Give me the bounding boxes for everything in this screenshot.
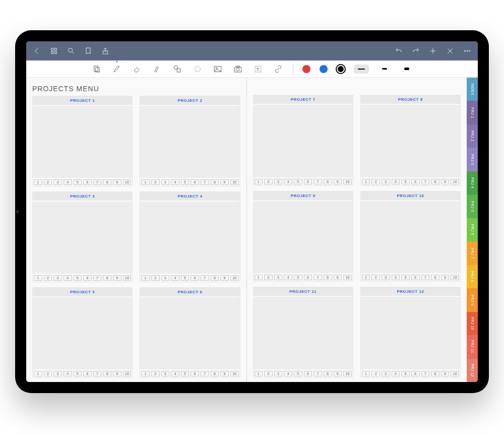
page-number-chip[interactable]: 6 (411, 275, 420, 280)
project-card-title[interactable]: PROJECT 10 (361, 192, 460, 200)
page-number-chip[interactable]: 10 (230, 179, 239, 185)
page-number-chip[interactable]: 4 (171, 275, 179, 281)
page-number-chip[interactable]: 2 (264, 371, 273, 376)
page-number-chip[interactable]: 7 (93, 275, 102, 281)
page-number-chip[interactable]: 2 (44, 275, 52, 281)
page-number-chip[interactable]: 4 (392, 371, 400, 376)
page-number-chip[interactable]: 9 (113, 275, 121, 281)
page-number-chip[interactable]: 8 (431, 179, 439, 184)
side-tab[interactable]: PRJ 8 (467, 265, 478, 288)
eraser-tool-icon[interactable] (132, 63, 143, 75)
page-number-chip[interactable]: 1 (255, 371, 263, 376)
page-number-chip[interactable]: 5 (181, 179, 190, 185)
page-number-chip[interactable]: 4 (284, 371, 292, 376)
page-number-chip[interactable]: 1 (255, 275, 263, 280)
page-number-chip[interactable]: 10 (451, 179, 459, 184)
page-number-chip[interactable]: 5 (74, 179, 82, 185)
page-number-chip[interactable]: 8 (324, 275, 332, 280)
page-number-chip[interactable]: 10 (230, 275, 239, 281)
page-number-chip[interactable]: 7 (313, 371, 322, 376)
search-icon[interactable] (67, 46, 76, 55)
page-number-chip[interactable]: 2 (151, 371, 160, 376)
page-tool-icon[interactable] (91, 63, 102, 75)
page-number-chip[interactable]: 3 (382, 371, 390, 376)
page-number-chip[interactable]: 1 (34, 371, 42, 376)
page-number-chip[interactable]: 8 (211, 275, 219, 281)
project-card[interactable]: PROJECT 212345678910 (140, 96, 240, 186)
page-number-chip[interactable]: 6 (83, 371, 92, 376)
project-card[interactable]: PROJECT 112345678910 (32, 96, 133, 186)
page-number-chip[interactable]: 3 (53, 179, 62, 185)
page-number-chip[interactable]: 2 (371, 371, 380, 376)
page-number-chip[interactable]: 4 (64, 275, 72, 281)
page-number-chip[interactable]: 8 (431, 371, 439, 376)
side-tab[interactable]: PRJ 3 (467, 148, 478, 171)
page-number-chip[interactable]: 4 (64, 179, 72, 185)
page-number-chip[interactable]: 10 (343, 371, 352, 376)
side-tab[interactable]: PRJ 7 (467, 241, 478, 265)
more-icon[interactable] (463, 46, 472, 55)
side-tab[interactable]: PRJ 10 (467, 312, 478, 335)
page-number-chip[interactable]: 10 (123, 275, 132, 281)
page-number-chip[interactable]: 2 (264, 275, 273, 280)
page-number-chip[interactable]: 5 (401, 371, 410, 376)
page-number-chip[interactable]: 8 (103, 179, 111, 185)
page-number-chip[interactable]: 7 (313, 275, 322, 280)
color-blue[interactable] (320, 65, 328, 73)
page-number-chip[interactable]: 3 (161, 371, 170, 376)
page-number-chip[interactable]: 1 (362, 179, 370, 184)
side-tab[interactable]: PRJ 4 (467, 171, 478, 195)
page-number-chip[interactable]: 8 (324, 179, 332, 184)
page-number-chip[interactable]: 9 (441, 371, 450, 376)
project-card-title[interactable]: PROJECT 7 (254, 95, 353, 104)
project-card[interactable]: PROJECT 712345678910 (253, 95, 353, 186)
project-card-title[interactable]: PROJECT 6 (140, 288, 239, 296)
page-number-chip[interactable]: 6 (83, 179, 92, 185)
back-icon[interactable] (32, 46, 41, 55)
page-number-chip[interactable]: 8 (211, 371, 219, 376)
page-number-chip[interactable]: 2 (371, 179, 380, 184)
shapes-tool-icon[interactable] (172, 63, 183, 75)
side-tab[interactable]: INDEX (467, 78, 478, 101)
project-card-title[interactable]: PROJECT 8 (361, 95, 460, 104)
page-number-chip[interactable]: 9 (220, 179, 229, 185)
page-number-chip[interactable]: 1 (141, 275, 150, 281)
page-number-chip[interactable]: 6 (304, 179, 312, 184)
page-number-chip[interactable]: 6 (304, 275, 312, 280)
page-number-chip[interactable]: 1 (255, 179, 263, 184)
page-number-chip[interactable]: 3 (53, 371, 62, 376)
page-number-chip[interactable]: 6 (411, 371, 420, 376)
page-number-chip[interactable]: 5 (401, 179, 410, 184)
side-tab[interactable]: PRJ 1 (467, 101, 478, 124)
page-number-chip[interactable]: 7 (201, 179, 209, 185)
side-tab[interactable]: PRJ 5 (467, 195, 478, 218)
project-card-title[interactable]: PROJECT 5 (33, 288, 132, 296)
pen-tool-icon[interactable] (111, 63, 122, 75)
page-number-chip[interactable]: 1 (362, 275, 370, 280)
project-card-title[interactable]: PROJECT 3 (33, 192, 132, 201)
page-number-chip[interactable]: 7 (421, 179, 430, 184)
page-number-chip[interactable]: 2 (151, 275, 160, 281)
project-card[interactable]: PROJECT 312345678910 (32, 192, 133, 282)
page-number-chip[interactable]: 5 (401, 275, 410, 280)
page-number-chip[interactable]: 1 (34, 179, 42, 185)
page-number-chip[interactable]: 9 (334, 179, 342, 184)
share-icon[interactable] (101, 46, 110, 55)
page-number-chip[interactable]: 10 (123, 371, 132, 376)
project-card-title[interactable]: PROJECT 9 (254, 192, 353, 200)
add-icon[interactable] (428, 46, 437, 55)
page-number-chip[interactable]: 4 (284, 179, 292, 184)
page-number-chip[interactable]: 3 (53, 275, 62, 281)
page-number-chip[interactable]: 2 (371, 275, 380, 280)
page-number-chip[interactable]: 9 (334, 275, 342, 280)
page-number-chip[interactable]: 3 (161, 179, 170, 185)
page-number-chip[interactable]: 2 (44, 179, 52, 185)
page-number-chip[interactable]: 1 (34, 275, 42, 281)
color-black[interactable] (337, 65, 345, 73)
page-number-chip[interactable]: 9 (334, 371, 342, 376)
project-card[interactable]: PROJECT 612345678910 (140, 287, 240, 378)
page-number-chip[interactable]: 10 (451, 275, 459, 280)
grid-icon[interactable] (49, 46, 58, 55)
page-number-chip[interactable]: 3 (382, 179, 390, 184)
side-tab[interactable]: PRJ 9 (467, 288, 478, 311)
